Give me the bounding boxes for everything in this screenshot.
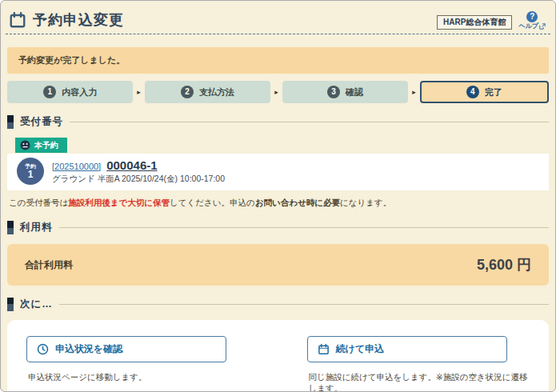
continue-application-button[interactable]: 続けて申込 bbox=[307, 336, 507, 362]
help-icon[interactable]: ? bbox=[526, 11, 538, 22]
receipt-note: この受付番号は施設利用後まで大切に保管してください。申込のお問い合わせ時に必要に… bbox=[9, 198, 547, 209]
reservation-change-page: 予約申込変更 HARP総合体育館 ? ヘルプ 予約変更が完了しました。 bbox=[0, 0, 556, 392]
step-label: 完了 bbox=[485, 86, 502, 98]
check-application-status-button[interactable]: 申込状況を確認 bbox=[26, 336, 226, 362]
section-rule bbox=[59, 304, 549, 305]
action-description: 同じ施設に続けて申込をします。※施設の空き状況に遷移します。 bbox=[309, 372, 530, 392]
note-emphasis-red: 施設利用後まで大切に保管 bbox=[68, 198, 170, 207]
step-label: 支払方法 bbox=[199, 86, 234, 98]
header-right: HARP総合体育館 ? ヘルプ bbox=[437, 11, 547, 30]
help-label[interactable]: ヘルプ bbox=[518, 23, 538, 30]
section-rule bbox=[70, 122, 549, 122]
reservation-type-badge: 本予約 bbox=[15, 138, 67, 153]
header-divider bbox=[6, 34, 550, 34]
step-number: 3 bbox=[327, 86, 340, 98]
step-label: 内容入力 bbox=[62, 86, 97, 98]
section-marker bbox=[7, 115, 14, 129]
reservation-card: 予約 1 [202510000] 000046-1 グラウンド 半面A 2025… bbox=[7, 154, 549, 190]
receipt-number-link[interactable]: 000046-1 bbox=[106, 158, 157, 172]
help-link[interactable]: ? ヘルプ bbox=[518, 11, 546, 30]
step-separator: ▸ bbox=[411, 88, 417, 96]
step-indicator: 1 内容入力 ▸ 2 支払方法 ▸ 3 確認 ▸ 4 完了 bbox=[7, 81, 549, 103]
calendar-icon bbox=[9, 11, 26, 29]
note-emphasis-bold: お問い合わせ時に必要 bbox=[255, 198, 340, 207]
total-fee-bar: 合計利用料 5,600 円 bbox=[7, 244, 549, 286]
reservation-info: [202510000] 000046-1 グラウンド 半面A 2025/10/2… bbox=[52, 158, 225, 185]
external-link-icon bbox=[539, 23, 546, 30]
action-description: 申込状況ページに移動します。 bbox=[28, 372, 250, 383]
button-label: 続けて申込 bbox=[336, 342, 385, 356]
section-title: 受付番号 bbox=[20, 115, 63, 129]
period-link[interactable]: [202510000] bbox=[52, 162, 101, 171]
total-fee-label: 合計利用料 bbox=[25, 258, 73, 272]
fee-section-heading: 利用料 bbox=[7, 221, 549, 234]
next-actions-panel: 申込状況を確認 申込状況ページに移動します。 続けて申込 同じ施設に続けて申込を… bbox=[7, 320, 549, 392]
step-label: 確認 bbox=[346, 86, 363, 98]
next-col-status: 申込状況を確認 申込状況ページに移動します。 bbox=[26, 336, 250, 392]
step-separator: ▸ bbox=[274, 88, 279, 96]
step-4-complete-active: 4 完了 bbox=[420, 81, 549, 103]
clock-icon bbox=[37, 343, 49, 355]
reservation-detail: グラウンド 半面A 2025/10/24(金) 10:00-17:00 bbox=[52, 174, 225, 185]
facility-badge: HARP総合体育館 bbox=[437, 15, 512, 30]
title-wrap: 予約申込変更 bbox=[9, 10, 124, 30]
step-2-payment: 2 支払方法 bbox=[145, 81, 270, 103]
step-number: 1 bbox=[43, 86, 56, 98]
step-separator: ▸ bbox=[136, 88, 142, 96]
step-1-input: 1 内容入力 bbox=[7, 81, 133, 103]
button-label: 申込状況を確認 bbox=[55, 342, 122, 356]
total-fee-amount: 5,600 円 bbox=[477, 255, 531, 274]
success-message: 予約変更が完了しました。 bbox=[7, 47, 549, 74]
step-number: 2 bbox=[181, 86, 194, 98]
section-rule bbox=[59, 227, 550, 228]
step-number: 4 bbox=[466, 86, 479, 98]
reservation-face-icon bbox=[20, 140, 30, 150]
reservation-type-label: 本予約 bbox=[34, 142, 58, 150]
section-marker bbox=[7, 298, 14, 311]
next-section-heading: 次に… bbox=[7, 298, 549, 311]
header: 予約申込変更 HARP総合体育館 ? ヘルプ bbox=[1, 1, 555, 30]
page-title: 予約申込変更 bbox=[33, 10, 124, 30]
next-col-continue: 続けて申込 同じ施設に続けて申込をします。※施設の空き状況に遷移します。 bbox=[307, 336, 530, 392]
section-title: 次に… bbox=[20, 298, 53, 311]
receipt-section-heading: 受付番号 bbox=[7, 115, 549, 129]
calendar-small-icon bbox=[318, 343, 330, 355]
section-title: 利用料 bbox=[20, 221, 53, 234]
reservation-number-badge: 予約 1 bbox=[17, 158, 44, 185]
step-3-confirm: 3 確認 bbox=[282, 81, 408, 103]
section-marker bbox=[7, 221, 14, 234]
